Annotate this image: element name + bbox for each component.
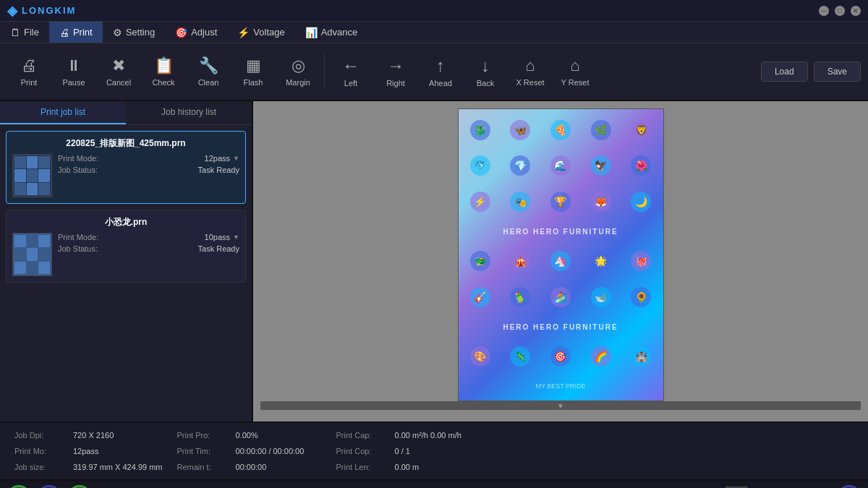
menu-adjust[interactable]: 🎯 Adjust bbox=[165, 22, 227, 43]
back-button[interactable]: ↓ Back bbox=[464, 46, 507, 97]
job-2-print-mode-label: Print Mode: bbox=[58, 233, 98, 241]
job-card-2[interactable]: 小恐龙.prn bbox=[6, 210, 246, 283]
job-1-filename: 220825_排版新图_425mm.prn bbox=[12, 137, 239, 150]
job-1-content: Print Mode: 12pass ▼ Job Status: Task Re… bbox=[12, 154, 239, 197]
sticker-14: 🦊 bbox=[591, 192, 611, 212]
sticker-29: 🌈 bbox=[591, 346, 611, 367]
back-btn-label: Back bbox=[477, 79, 494, 87]
job-1-print-mode-row: Print Mode: 12pass ▼ bbox=[58, 154, 239, 163]
device-ready-area: Device Ready ⚙ bbox=[726, 485, 861, 488]
info-printmode-row: Print Mo: 12pass bbox=[14, 447, 163, 455]
info-dpi-row: Job Dpi: 720 X 2160 bbox=[14, 431, 163, 440]
sticker-18: 🦄 bbox=[550, 251, 571, 271]
close-button[interactable]: ✕ bbox=[851, 6, 861, 16]
refresh-button[interactable]: ↻ bbox=[7, 485, 30, 488]
menu-advance[interactable]: 📊 Advance bbox=[295, 22, 368, 43]
info-col-3: Print Cap: 0.00 m²/h 0.00 m/h Print Cop:… bbox=[336, 427, 481, 475]
dropdown-arrow-icon: ▼ bbox=[233, 155, 239, 162]
job-1-print-mode-value: 12pass ▼ bbox=[205, 154, 239, 163]
info-col-1: Job Dpi: 720 X 2160 Print Mo: 12pass Job… bbox=[14, 427, 163, 475]
job-2-print-mode-row: Print Mode: 10pass ▼ bbox=[58, 233, 239, 241]
file-icon: 🗒 bbox=[10, 27, 20, 38]
sticker-4: 🌿 bbox=[591, 120, 611, 140]
pause-button[interactable]: ⏸ Pause bbox=[52, 46, 95, 97]
sticker-15: 🌙 bbox=[631, 192, 651, 212]
margin-button[interactable]: ◎ Margin bbox=[276, 46, 320, 97]
left-button[interactable]: ← Left bbox=[329, 46, 373, 97]
yreset-btn-label: Y Reset bbox=[561, 78, 590, 87]
yreset-button[interactable]: ⌂ Y Reset bbox=[553, 46, 597, 97]
sticker-1: 🐉 bbox=[470, 120, 490, 140]
right-icon: → bbox=[387, 56, 404, 76]
info-printcop-label: Print Cop: bbox=[336, 447, 391, 455]
info-printlen-value: 0.00 m bbox=[395, 463, 420, 471]
minimize-button[interactable]: — bbox=[819, 6, 829, 16]
voltage-icon: ⚡ bbox=[237, 27, 250, 38]
info-remain-label: Remain t: bbox=[177, 463, 231, 471]
sticker-27: 🦎 bbox=[510, 346, 530, 367]
setting-icon: ⚙ bbox=[113, 27, 122, 38]
tab-print-job-list[interactable]: Print job list bbox=[0, 101, 126, 124]
info-remain-row: Remain t: 00:00:00 bbox=[177, 463, 322, 471]
sticker-30: 🏰 bbox=[631, 346, 651, 367]
sticker-16: 🐲 bbox=[470, 251, 490, 271]
job-1-status-value: Task Ready bbox=[198, 166, 239, 174]
hero-text-2: HERO HERO FURNITURE bbox=[461, 323, 660, 331]
panel-tabs: Print job list Job history list bbox=[0, 101, 252, 125]
job-card-1[interactable]: 220825_排版新图_425mm.prn bbox=[6, 131, 246, 204]
info-remain-value: 00:00:00 bbox=[236, 463, 267, 471]
info-printtime-value: 00:00:00 / 00:00:00 bbox=[236, 447, 305, 455]
ahead-btn-label: Ahead bbox=[429, 79, 452, 87]
left-icon: ← bbox=[342, 56, 359, 76]
tab-job-history-list[interactable]: Job history list bbox=[126, 101, 252, 124]
check-button[interactable]: 📋 Check bbox=[142, 46, 185, 97]
menu-voltage[interactable]: ⚡ Voltage bbox=[227, 22, 294, 43]
toolbar-right-actions: Load Save bbox=[761, 61, 861, 82]
info-jobsize-row: Job size: 319.97 mm X 424.99 mm bbox=[14, 463, 163, 471]
menu-setting-label: Setting bbox=[126, 27, 155, 38]
toolbar-separator-1 bbox=[324, 53, 325, 90]
titlebar: ◈ LONGKIM — □ ✕ bbox=[0, 0, 868, 22]
menu-adjust-label: Adjust bbox=[191, 27, 217, 38]
menu-print-label: Print bbox=[73, 27, 93, 38]
load-button[interactable]: Load bbox=[761, 61, 808, 82]
xreset-button[interactable]: ⌂ X Reset bbox=[509, 46, 552, 97]
right-button[interactable]: → Right bbox=[374, 46, 417, 97]
sticker-9: 🦅 bbox=[591, 155, 611, 176]
back-icon: ↓ bbox=[481, 56, 490, 76]
info-printcap-value: 0.00 m²/h 0.00 m/h bbox=[395, 431, 461, 440]
cancel-button[interactable]: ✖ Cancel bbox=[97, 46, 140, 97]
clean-btn-label: Clean bbox=[198, 78, 219, 87]
ahead-button[interactable]: ↑ Ahead bbox=[419, 46, 462, 97]
job-2-print-mode-value: 10pass ▼ bbox=[205, 233, 239, 241]
sticker-26: 🎨 bbox=[470, 346, 490, 367]
print-toolbar-icon: 🖨 bbox=[21, 56, 37, 75]
clean-icon: 🔧 bbox=[199, 56, 218, 75]
sticker-17: 🎪 bbox=[510, 251, 530, 271]
maximize-button[interactable]: □ bbox=[835, 6, 845, 16]
info-col-2: Print Pro: 0.00% Print Tim: 00:00:00 / 0… bbox=[177, 427, 322, 475]
target-button[interactable]: ⊕ bbox=[38, 485, 61, 488]
info-progress-label: Print Pro: bbox=[177, 431, 231, 440]
preview-scroll[interactable]: ▼ bbox=[260, 401, 861, 410]
menu-setting[interactable]: ⚙ Setting bbox=[103, 22, 165, 43]
job-1-details: Print Mode: 12pass ▼ Job Status: Task Re… bbox=[58, 154, 239, 177]
settings-button[interactable]: ⚙ bbox=[838, 485, 861, 488]
save-button[interactable]: Save bbox=[814, 61, 861, 82]
sticker-12: 🎭 bbox=[510, 192, 530, 212]
check-icon: 📋 bbox=[154, 56, 174, 75]
print-button[interactable]: 🖨 Print bbox=[7, 46, 51, 97]
flash-button[interactable]: ▦ Flash bbox=[231, 46, 275, 97]
clean-button[interactable]: 🔧 Clean bbox=[187, 46, 230, 97]
sticker-8: 🌊 bbox=[550, 155, 571, 176]
menu-print[interactable]: 🖨 Print bbox=[49, 22, 103, 43]
job-2-status-row: Job Status: Task Ready bbox=[58, 244, 239, 253]
info-dpi-value: 720 X 2160 bbox=[73, 431, 114, 440]
menu-file[interactable]: 🗒 File bbox=[0, 22, 49, 43]
job-1-print-mode-label: Print Mode: bbox=[58, 154, 98, 163]
thermostat-button[interactable]: 🌡 bbox=[68, 485, 91, 488]
xreset-icon: ⌂ bbox=[525, 56, 535, 75]
margin-btn-label: Margin bbox=[286, 78, 310, 87]
info-printlen-label: Print Len: bbox=[336, 463, 391, 471]
menubar: 🗒 File 🖨 Print ⚙ Setting 🎯 Adjust ⚡ Volt… bbox=[0, 22, 868, 43]
